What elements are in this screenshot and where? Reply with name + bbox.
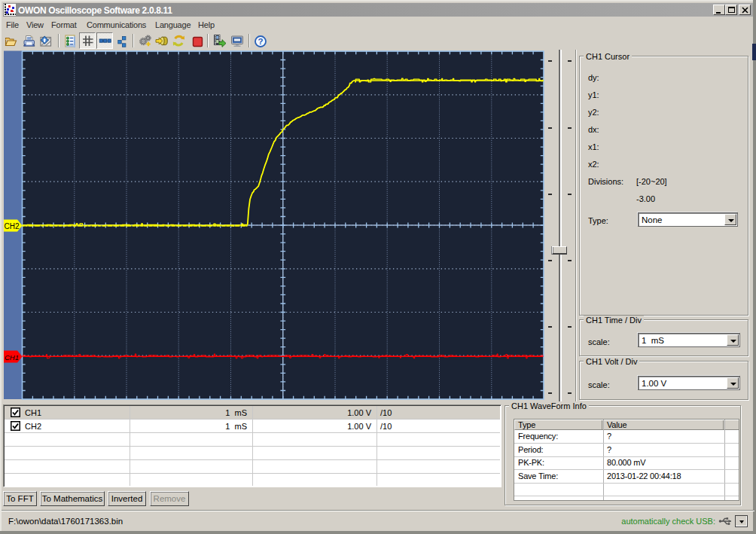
svg-text:CH2: CH2 <box>5 222 20 230</box>
svg-text:CH1: CH1 <box>5 353 19 362</box>
